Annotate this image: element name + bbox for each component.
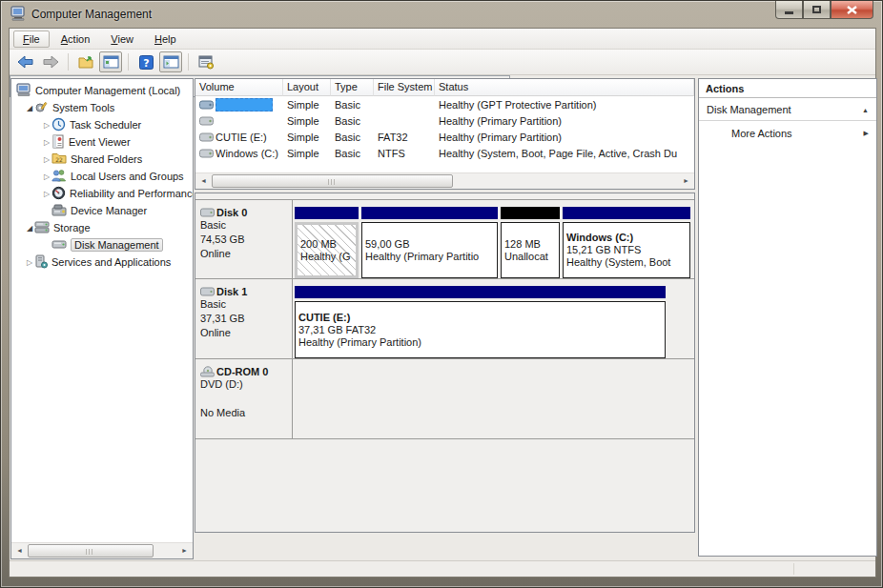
- app-icon: [10, 6, 26, 23]
- menu-action[interactable]: Action: [51, 30, 100, 48]
- partition-disk0-59gb[interactable]: 59,00 GB Healthy (Primary Partitio: [361, 207, 498, 278]
- export-list-folder-icon: [78, 55, 94, 70]
- column-header-filesystem[interactable]: File System: [374, 79, 435, 96]
- column-header-status[interactable]: Status: [435, 79, 694, 96]
- scroll-left-arrow[interactable]: ◄: [195, 173, 212, 189]
- status-bar: [10, 560, 875, 577]
- column-header-layout[interactable]: Layout: [283, 79, 331, 96]
- snapin-properties-button[interactable]: [195, 51, 217, 72]
- status-bar-separator: [793, 563, 794, 575]
- volume-icon: [199, 149, 214, 158]
- local-users-icon: [51, 169, 67, 184]
- column-header-volume[interactable]: Volume: [195, 79, 283, 96]
- menu-view[interactable]: View: [101, 30, 143, 48]
- partition-disk0-windows-c[interactable]: Windows (C:) 15,21 GB NTFS Healthy (Syst…: [563, 207, 690, 278]
- forward-arrow-icon: [42, 55, 59, 69]
- disk1-label[interactable]: Disk 1 Basic 37,31 GB Online: [195, 279, 293, 358]
- services-icon: [34, 254, 48, 271]
- partition-disk1-cutie-e[interactable]: CUTIE (E:) 37,31 GB FAT32 Healthy (Prima…: [295, 286, 666, 358]
- actions-pane-title: Actions: [699, 79, 876, 98]
- tree-item-shared-folders[interactable]: ▷ 22 Shared Folders: [11, 151, 193, 168]
- volume-icon: [199, 116, 214, 126]
- cdrom0-label[interactable]: CD-ROM 0 DVD (D:) No Media: [195, 359, 293, 438]
- expand-icon[interactable]: ▷: [42, 155, 51, 164]
- tree-item-task-scheduler[interactable]: ▷ Task Scheduler: [11, 116, 193, 133]
- volume-row[interactable]: Windows (C:) Simple Basic NTFS Healthy (…: [195, 145, 694, 161]
- disk-management-icon: [51, 238, 67, 252]
- maximize-button[interactable]: [803, 1, 831, 19]
- scroll-right-arrow[interactable]: ►: [176, 543, 193, 558]
- tree-item-local-users-groups[interactable]: ▷ Local Users and Groups: [11, 168, 193, 185]
- tree-item-event-viewer[interactable]: ▷ Event Viewer: [11, 133, 193, 151]
- cdrom-icon: [200, 366, 215, 377]
- svg-text:?: ?: [143, 56, 149, 69]
- expand-icon[interactable]: ▷: [42, 121, 51, 130]
- title-bar[interactable]: Computer Management: [1, 1, 882, 28]
- selected-volume-highlight: [216, 98, 273, 112]
- console-tree-toggle-button[interactable]: [99, 51, 122, 72]
- minimize-button[interactable]: [775, 1, 803, 19]
- menu-file[interactable]: File: [13, 30, 50, 48]
- expand-icon[interactable]: ▷: [42, 190, 51, 198]
- help-icon: ?: [139, 55, 154, 70]
- export-list-button[interactable]: [74, 51, 97, 72]
- event-viewer-icon: [51, 134, 65, 151]
- volume-icon: [199, 100, 214, 110]
- expand-icon[interactable]: ◢: [25, 104, 34, 112]
- tree-item-computer-management[interactable]: Computer Management (Local): [11, 82, 193, 99]
- partition-disk0-200mb[interactable]: 200 MB Healthy (G: [295, 207, 359, 278]
- computer-icon: [16, 83, 31, 99]
- tree-item-services-applications[interactable]: ▷ Services and Applications: [11, 253, 193, 271]
- tree-item-system-tools[interactable]: ◢ System Tools: [11, 99, 193, 116]
- disk-row-disk0: Disk 0 Basic 74,53 GB Online 200 MB Heal…: [195, 199, 694, 279]
- back-button[interactable]: [14, 51, 37, 72]
- column-header-type[interactable]: Type: [331, 79, 374, 96]
- toolbar-separator: [188, 53, 189, 71]
- disk0-label[interactable]: Disk 0 Basic 74,53 GB Online: [195, 200, 293, 278]
- expand-icon[interactable]: ◢: [25, 224, 34, 233]
- task-scheduler-icon: [51, 117, 66, 133]
- partition-disk0-unallocated[interactable]: 128 MB Unallocat: [501, 207, 560, 278]
- volume-row[interactable]: CUTIE (E:) Simple Basic FAT32 Healthy (P…: [195, 129, 694, 145]
- scrollbar-thumb[interactable]: [28, 544, 154, 558]
- actions-pane: Actions Disk Management ▲ More Actions ▶: [698, 78, 877, 557]
- tree-item-disk-management[interactable]: Disk Management: [11, 236, 193, 253]
- expand-icon[interactable]: ▷: [42, 172, 51, 181]
- back-arrow-icon: [17, 55, 34, 69]
- expand-icon[interactable]: ▷: [25, 258, 34, 267]
- more-actions-item[interactable]: More Actions ▶: [699, 121, 876, 144]
- storage-icon: [34, 220, 50, 235]
- svg-text:22: 22: [55, 156, 63, 163]
- shared-folders-icon: 22: [51, 152, 67, 167]
- scroll-left-arrow[interactable]: ◄: [11, 543, 28, 558]
- submenu-arrow-icon: ▶: [864, 130, 869, 137]
- selected-tree-item-label: Disk Management: [71, 238, 163, 252]
- action-pane-toggle-button[interactable]: [159, 51, 182, 72]
- close-button[interactable]: [831, 1, 873, 19]
- main-area: Computer Management (Local) ◢ System Too…: [10, 75, 875, 560]
- scroll-right-arrow[interactable]: ►: [678, 173, 694, 189]
- device-manager-icon: [51, 204, 67, 218]
- collapse-chevron-icon[interactable]: ▲: [862, 107, 869, 113]
- actions-group-disk-management[interactable]: Disk Management ▲: [699, 98, 876, 121]
- volume-row[interactable]: Simple Basic Healthy (GPT Protective Par…: [195, 96, 694, 112]
- tree-item-storage[interactable]: ◢ Storage: [11, 219, 193, 236]
- tree-item-device-manager[interactable]: Device Manager: [11, 202, 193, 219]
- volume-list-pane: Volume Layout Type File System Status Si…: [195, 78, 695, 190]
- tree-horizontal-scrollbar[interactable]: ◄ ►: [11, 542, 193, 558]
- menu-help[interactable]: Help: [145, 30, 186, 48]
- expand-icon[interactable]: ▷: [42, 138, 51, 147]
- volume-list-header: Volume Layout Type File System Status: [195, 79, 694, 96]
- help-button[interactable]: ?: [134, 51, 157, 72]
- disk-row-cdrom0: CD-ROM 0 DVD (D:) No Media: [195, 359, 694, 439]
- action-pane-icon: [163, 55, 179, 69]
- toolbar-separator: [68, 53, 69, 71]
- tree-item-reliability-performance[interactable]: ▷ Reliability and Performance: [11, 185, 193, 202]
- disk-icon: [200, 208, 215, 217]
- reliability-icon: [51, 186, 66, 202]
- menu-bar: File Action View Help: [10, 29, 875, 50]
- scrollbar-thumb[interactable]: [212, 174, 453, 188]
- volume-row[interactable]: Simple Basic Healthy (Primary Partition): [195, 112, 694, 129]
- volume-list-horizontal-scrollbar[interactable]: ◄ ►: [195, 172, 694, 189]
- forward-button[interactable]: [39, 51, 62, 72]
